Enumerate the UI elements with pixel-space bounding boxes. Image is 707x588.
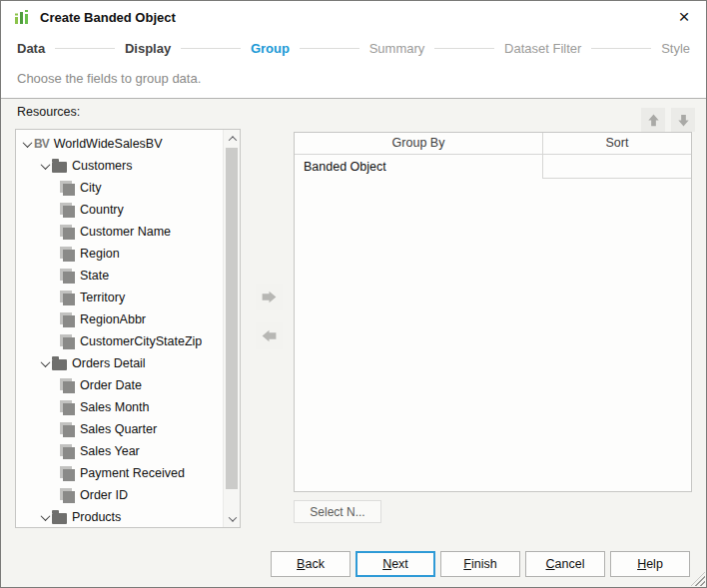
step-connector-line xyxy=(55,48,115,49)
cancel-button[interactable]: Cancel xyxy=(525,551,605,577)
tree-item-label: Country xyxy=(80,203,124,217)
field-icon xyxy=(60,225,75,240)
table-row[interactable]: Banded Object xyxy=(295,155,691,179)
tree-item-order-date[interactable]: Order Date xyxy=(16,374,223,396)
add-field-button[interactable] xyxy=(256,284,283,310)
tree-item-payment-received[interactable]: Payment Received xyxy=(16,462,223,484)
titlebar: Create Banded Object × xyxy=(1,1,706,33)
back-button[interactable]: Back xyxy=(271,551,351,577)
field-icon xyxy=(60,291,75,305)
tree-item-order-id[interactable]: Order ID xyxy=(16,484,223,506)
folder-icon xyxy=(52,162,67,173)
step-style[interactable]: Style xyxy=(661,41,690,56)
tree-item-customercitystatezip[interactable]: CustomerCityStateZip xyxy=(16,330,223,352)
step-display[interactable]: Display xyxy=(125,41,171,56)
field-icon xyxy=(60,269,75,284)
tree-scrollbar[interactable] xyxy=(223,130,240,527)
column-header-sort: Sort xyxy=(543,133,691,154)
tree-item-label: Order ID xyxy=(80,488,128,502)
tree-item-label: Sales Year xyxy=(80,444,140,458)
resources-tree: BVWorldWideSalesBVCustomersCityCountryCu… xyxy=(16,133,223,528)
field-icon xyxy=(60,444,75,459)
resources-tree-panel: BVWorldWideSalesBVCustomersCityCountryCu… xyxy=(15,129,241,528)
step-data[interactable]: Data xyxy=(17,41,45,56)
create-banded-object-dialog: Create Banded Object × DataDisplayGroupS… xyxy=(0,0,707,588)
tree-item-territory[interactable]: Territory xyxy=(16,287,223,308)
tree-item-label: Orders Detail xyxy=(72,356,146,370)
tree-item-label: Payment Received xyxy=(80,466,185,480)
step-connector-line xyxy=(591,48,651,49)
next-button[interactable]: Next xyxy=(355,551,435,577)
field-icon xyxy=(60,312,75,327)
up-arrow-icon xyxy=(646,113,661,128)
remove-field-button[interactable] xyxy=(256,322,283,349)
left-arrow-icon xyxy=(261,327,278,344)
step-connector-line xyxy=(434,48,494,49)
tree-item-products[interactable]: Products xyxy=(16,506,223,528)
sort-cell[interactable] xyxy=(543,155,691,179)
tree-item-state[interactable]: State xyxy=(16,265,223,287)
chevron-down-icon[interactable] xyxy=(38,159,52,173)
help-button[interactable]: Help xyxy=(610,551,690,577)
folder-icon xyxy=(52,513,67,524)
tree-item-orders-detail[interactable]: Orders Detail xyxy=(16,352,223,374)
field-icon xyxy=(60,422,75,437)
app-logo-icon xyxy=(13,8,31,26)
select-n-button[interactable]: Select N... xyxy=(294,500,381,523)
column-header-group-by: Group By xyxy=(295,133,543,154)
tree-item-sales-month[interactable]: Sales Month xyxy=(16,396,223,418)
tree-item-regionabbr[interactable]: RegionAbbr xyxy=(16,308,223,330)
dialog-title: Create Banded Object xyxy=(40,10,176,25)
tree-item-label: Products xyxy=(72,510,121,524)
business-view-icon: BV xyxy=(34,137,49,151)
tree-item-customers[interactable]: Customers xyxy=(16,155,223,177)
wizard-steps: DataDisplayGroupSummaryDataset FilterSty… xyxy=(1,33,706,63)
tree-item-label: City xyxy=(80,181,102,195)
field-icon xyxy=(60,181,75,196)
field-icon xyxy=(60,334,75,349)
tree-item-label: Customer Name xyxy=(80,225,171,239)
right-arrow-icon xyxy=(261,289,278,305)
field-icon xyxy=(60,466,75,481)
step-summary[interactable]: Summary xyxy=(369,41,425,56)
tree-item-label: Sales Quarter xyxy=(80,422,157,436)
group-by-cell[interactable]: Banded Object xyxy=(295,155,543,179)
move-down-button[interactable] xyxy=(671,108,695,132)
tree-item-label: RegionAbbr xyxy=(80,312,146,326)
tree-item-label: Customers xyxy=(72,159,132,173)
folder-icon xyxy=(52,359,67,370)
field-icon xyxy=(60,247,75,262)
tree-item-label: Order Date xyxy=(80,378,142,392)
chevron-down-icon[interactable] xyxy=(20,137,34,151)
field-icon xyxy=(60,400,75,415)
tree-item-city[interactable]: City xyxy=(16,177,223,199)
resources-label: Resources: xyxy=(17,105,80,119)
tree-item-label: WorldWideSalesBV xyxy=(54,137,163,151)
move-up-button[interactable] xyxy=(641,108,665,132)
tree-item-region[interactable]: Region xyxy=(16,243,223,265)
field-icon xyxy=(60,378,75,393)
step-dataset-filter[interactable]: Dataset Filter xyxy=(504,41,581,56)
tree-item-sales-quarter[interactable]: Sales Quarter xyxy=(16,418,223,440)
chevron-down-icon[interactable] xyxy=(38,510,52,524)
field-icon xyxy=(60,488,75,503)
step-description: Choose the fields to group data. xyxy=(17,63,690,97)
chevron-down-icon[interactable] xyxy=(38,356,52,370)
scrollbar-thumb[interactable] xyxy=(226,148,238,489)
tree-item-sales-year[interactable]: Sales Year xyxy=(16,440,223,462)
step-group[interactable]: Group xyxy=(251,41,290,56)
tree-item-label: Territory xyxy=(80,291,125,304)
finish-button[interactable]: Finish xyxy=(440,551,520,577)
tree-item-country[interactable]: Country xyxy=(16,199,223,221)
tree-item-label: Region xyxy=(80,247,120,261)
close-icon[interactable]: × xyxy=(670,4,698,30)
scroll-up-icon[interactable] xyxy=(224,130,241,147)
tree-item-label: Sales Month xyxy=(80,400,149,414)
group-by-table: Group By Sort Banded Object xyxy=(294,132,692,492)
step-connector-line xyxy=(300,48,359,49)
tree-item-worldwidesalesbv[interactable]: BVWorldWideSalesBV xyxy=(16,133,223,155)
tree-item-customer-name[interactable]: Customer Name xyxy=(16,221,223,243)
scroll-down-icon[interactable] xyxy=(224,510,241,527)
table-header: Group By Sort xyxy=(295,133,691,155)
tree-item-label: CustomerCityStateZip xyxy=(80,334,202,348)
